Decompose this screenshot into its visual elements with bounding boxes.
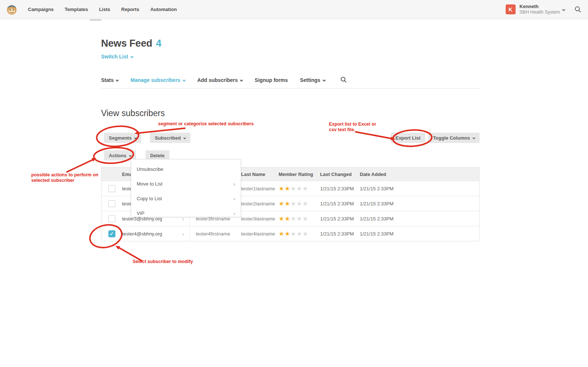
member-rating-stars: ★★★★★ [279, 230, 320, 238]
star-filled-icon: ★ [284, 215, 290, 222]
section-title: View subscribers [101, 108, 165, 118]
last-changed-value: 1/21/15 2:33PM [320, 186, 360, 191]
date-added-value: 1/21/15 2:33PM [360, 201, 479, 206]
mailchimp-logo[interactable] [6, 4, 18, 15]
subscriber-count: 4 [156, 38, 161, 49]
nav-item-campaigns[interactable]: Campaigns [28, 7, 54, 12]
annotation-select-note: Select subscriber to modify [133, 259, 193, 265]
last-changed-value: 1/21/15 2:33PM [320, 216, 360, 222]
star-empty-icon: ★ [297, 230, 302, 237]
active-nav-underline [90, 19, 101, 21]
toggle-columns-button[interactable]: Toggle Columns [428, 133, 480, 143]
star-filled-icon: ★ [284, 230, 290, 237]
subscriber-last-name: tester1lastname [241, 186, 279, 191]
chevron-right-icon: › [233, 210, 235, 216]
export-list-button[interactable]: Export List [391, 133, 425, 143]
tab-stats[interactable]: Stats [101, 77, 118, 83]
chevron-right-icon: › [182, 231, 184, 237]
menu-item-move-to-list[interactable]: Move to List› [131, 177, 241, 191]
annotation-actions-note: possible actions to perform on selected … [31, 172, 98, 183]
nav-item-templates[interactable]: Templates [65, 7, 88, 12]
star-filled-icon: ★ [284, 185, 290, 192]
chevron-down-icon [473, 136, 475, 139]
row-checkbox-selected[interactable] [108, 230, 115, 237]
member-rating-stars: ★★★★★ [279, 215, 320, 223]
subscriber-last-name: tester3lastname [241, 216, 279, 222]
avatar[interactable]: K [506, 4, 516, 14]
star-empty-icon: ★ [291, 200, 297, 207]
member-rating-stars: ★★★★★ [279, 200, 320, 208]
star-empty-icon: ★ [297, 215, 302, 222]
list-name: News Feed [101, 38, 152, 49]
star-empty-icon: ★ [297, 185, 302, 192]
subscriber-first-name: tester4firstname [190, 231, 241, 237]
row-checkbox[interactable] [108, 215, 115, 222]
column-header-last-changed: Last Changed [320, 172, 360, 177]
column-header-date-added: Date Added [360, 172, 479, 177]
chevron-right-icon: › [233, 195, 235, 202]
column-header-member-rating: Member Rating [279, 172, 320, 177]
star-empty-icon: ★ [291, 230, 297, 237]
subscriber-last-name: tester4lastname [241, 231, 279, 237]
last-changed-value: 1/21/15 2:33PM [320, 201, 360, 206]
date-added-value: 1/21/15 2:33PM [360, 231, 479, 237]
annotation-export-note: Export list to Excel or csv text file. [329, 122, 376, 133]
menu-item-copy-to-list[interactable]: Copy to List› [131, 191, 241, 206]
subscriber-toolbar: Segments Subscribed Export List Toggle C… [104, 133, 480, 143]
chevron-down-icon [116, 79, 119, 82]
tab-settings[interactable]: Settings [300, 77, 325, 83]
menu-item-vip[interactable]: VIP› [131, 206, 241, 220]
star-empty-icon: ★ [291, 215, 297, 222]
member-rating-stars: ★★★★★ [279, 185, 320, 193]
star-empty-icon: ★ [302, 215, 308, 222]
chevron-down-icon [182, 79, 185, 82]
star-filled-icon: ★ [279, 215, 284, 222]
user-org: SBH Health System [520, 10, 560, 15]
user-name: Kenneth [520, 4, 560, 10]
star-empty-icon: ★ [297, 200, 302, 207]
account-area: K Kenneth SBH Health System [506, 4, 581, 15]
chevron-down-icon [129, 154, 132, 156]
star-empty-icon: ★ [302, 200, 308, 207]
last-changed-value: 1/21/15 2:33PM [320, 231, 360, 237]
user-meta: Kenneth SBH Health System [520, 4, 560, 15]
tab-manage-subscribers[interactable]: Manage subscribers [130, 77, 185, 83]
chevron-down-icon [322, 79, 325, 82]
menu-item-unsubscribe[interactable]: Unsubscribe [131, 162, 241, 176]
switch-list-link[interactable]: Switch List [101, 54, 133, 60]
subscribed-filter-button[interactable]: Subscribed [150, 133, 190, 143]
tab-signup-forms[interactable]: Signup forms [255, 77, 288, 83]
star-empty-icon: ★ [291, 185, 297, 192]
row-checkbox[interactable] [108, 185, 115, 192]
nav-item-automation[interactable]: Automation [150, 7, 177, 12]
toolbar-left-group: Segments Subscribed [104, 133, 190, 143]
chevron-down-icon [240, 79, 243, 82]
star-empty-icon: ★ [302, 230, 308, 237]
actions-dropdown-menu: Unsubscribe Move to List› Copy to List› … [131, 159, 241, 217]
date-added-value: 1/21/15 2:33PM [360, 216, 479, 222]
account-chevron-down-icon[interactable] [562, 8, 565, 11]
star-filled-icon: ★ [279, 200, 284, 207]
nav-item-lists[interactable]: Lists [99, 7, 110, 12]
list-tab-bar: Stats Manage subscribers Add subscribers… [101, 77, 480, 89]
date-added-value: 1/21/15 2:33PM [360, 186, 479, 191]
table-row: tester4@sbhny.org› tester4firstname test… [101, 226, 479, 241]
row-checkbox[interactable] [108, 200, 115, 207]
page-title: News Feed4 [101, 38, 161, 49]
segments-button[interactable]: Segments [104, 133, 141, 143]
tab-add-subscribers[interactable]: Add subscribers [197, 77, 243, 83]
toolbar-right-group: Export List Toggle Columns [391, 133, 480, 143]
subscriber-last-name: tester2lastname [241, 201, 279, 206]
column-header-last-name: Last Name [241, 172, 279, 177]
search-icon[interactable] [340, 76, 347, 83]
star-filled-icon: ★ [279, 230, 284, 237]
switch-list-label: Switch List [101, 54, 128, 60]
search-icon[interactable] [574, 6, 581, 13]
star-filled-icon: ★ [284, 200, 290, 207]
nav-item-reports[interactable]: Reports [121, 7, 139, 12]
chevron-right-icon: › [233, 181, 235, 187]
subscriber-email[interactable]: tester4@sbhny.org› [122, 226, 190, 241]
annotation-segment-note: segment or categorize selected subscribe… [158, 121, 254, 127]
top-navigation-bar: Campaigns Templates Lists Reports Automa… [0, 0, 588, 19]
star-filled-icon: ★ [279, 185, 284, 192]
